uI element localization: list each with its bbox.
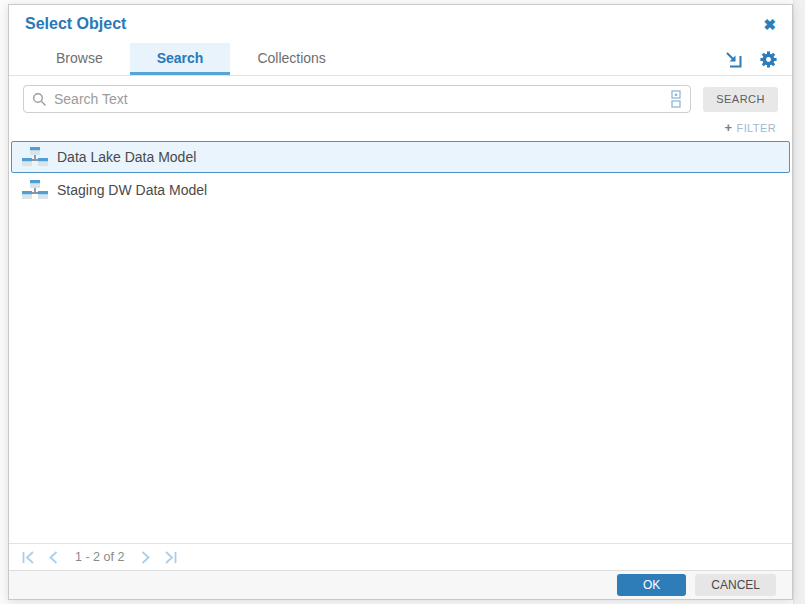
last-page-icon[interactable]	[163, 550, 178, 565]
dialog-title: Select Object	[25, 15, 126, 33]
select-object-dialog: Select Object ✖ Browse Search Collection…	[8, 4, 793, 600]
first-page-icon[interactable]	[21, 550, 36, 565]
list-item[interactable]: Staging DW Data Model	[11, 174, 790, 206]
filter-label: FILTER	[737, 122, 776, 134]
tab-search-label: Search	[157, 50, 204, 66]
data-model-icon	[22, 146, 48, 168]
search-row: SEARCH	[9, 76, 792, 120]
export-icon[interactable]	[724, 50, 743, 69]
list-item[interactable]: Data Lake Data Model	[11, 141, 790, 173]
search-box	[23, 85, 691, 113]
page-scrollbar[interactable]	[793, 0, 805, 604]
dialog-header: Select Object ✖	[9, 5, 792, 43]
tab-browse[interactable]: Browse	[29, 43, 130, 75]
pagination-range: 1 - 2 of 2	[75, 550, 124, 564]
dialog-footer: OK CANCEL	[9, 570, 792, 599]
tabs-bar: Browse Search Collections	[9, 43, 792, 76]
list-item-label: Staging DW Data Model	[57, 182, 207, 198]
search-options-icon[interactable]	[670, 90, 682, 108]
results-list: Data Lake Data Model Staging DW Data Mod…	[9, 141, 792, 543]
search-button[interactable]: SEARCH	[703, 87, 778, 112]
pagination-bar: 1 - 2 of 2	[9, 543, 792, 570]
cancel-button[interactable]: CANCEL	[695, 574, 776, 596]
plus-icon: +	[725, 120, 733, 135]
next-page-icon[interactable]	[138, 550, 153, 565]
prev-page-icon[interactable]	[46, 550, 61, 565]
tab-collections-label: Collections	[257, 50, 325, 66]
add-filter-link[interactable]: + FILTER	[725, 120, 776, 135]
settings-gear-icon[interactable]	[759, 50, 778, 69]
search-icon	[32, 92, 47, 107]
ok-button[interactable]: OK	[617, 574, 686, 596]
tab-search[interactable]: Search	[130, 43, 231, 75]
data-model-icon	[22, 179, 48, 201]
search-input[interactable]	[54, 91, 670, 107]
list-item-label: Data Lake Data Model	[57, 149, 196, 165]
close-icon[interactable]: ✖	[763, 17, 776, 32]
tab-collections[interactable]: Collections	[230, 43, 352, 75]
filter-row: + FILTER	[9, 120, 792, 141]
tabs-icon-group	[724, 43, 792, 75]
tab-browse-label: Browse	[56, 50, 103, 66]
